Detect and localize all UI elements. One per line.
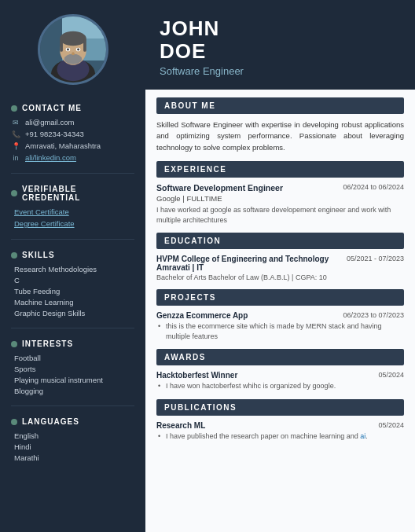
svg-rect-9 [83,39,86,52]
languages-title: LANGUAGES [11,417,134,426]
divider-3 [11,328,134,328]
languages-dot-icon [11,419,17,425]
proj-date-0: 06/2023 to 07/2023 [343,311,404,319]
language-2: Marathi [11,453,134,462]
credentials-title: VERIFIABLE CREDENTIAL [11,185,134,202]
profile-name: JOHN DOE [160,17,401,62]
about-text: Skilled Software Engineer with expertise… [156,119,404,153]
pub-title-0: Research ML [156,421,205,430]
pub-ai-link[interactable]: ai [360,432,365,440]
email-icon: ✉ [11,119,20,127]
pub-desc-0: I have published the research paper on m… [156,431,404,442]
divider-4 [11,405,134,406]
pub-date-0: 05/2024 [378,421,404,429]
svg-point-14 [77,49,79,51]
awards-section-header: AWARDS [156,349,404,365]
education-section-header: EDUCATION [156,233,404,249]
language-1: Hindi [11,442,134,451]
contact-section: CONTACT ME ✉ ali@gmail.com 📞 +91 98234-3… [0,96,145,170]
linkedin-item[interactable]: in ali/linkedin.com [11,153,134,162]
credentials-dot-icon [11,190,17,196]
pub-item-0-header: Research ML 05/2024 [156,421,404,430]
main-body: ABOUT ME Skilled Software Engineer with … [145,90,415,452]
skill-3: Machine Learning [11,298,134,306]
edu-institution-0: HVPM College of Engineering and Technolo… [156,255,347,272]
award-desc-0: I have won hactoberfest whihc is organiz… [156,381,404,391]
svg-point-7 [60,31,86,46]
exp-title-0: Software Development Engineer [156,183,283,193]
sidebar: CONTACT ME ✉ ali@gmail.com 📞 +91 98234-3… [0,0,145,532]
interests-section: INTERESTS Football Sports Playing musica… [0,332,145,402]
experience-section-header: EXPERIENCE [156,161,404,178]
award-date-0: 05/2024 [378,371,404,379]
skill-1: C [11,276,134,284]
skill-2: Tube Feeding [11,287,134,295]
proj-bullet-0-0: this is the ecommerce site which is made… [156,321,404,341]
language-0: English [11,431,134,440]
award-item-0-header: Hacktoberfest Winner 05/2024 [156,371,404,380]
svg-rect-8 [60,39,63,52]
exp-date-0: 06/2024 to 06/2024 [343,183,404,191]
location-item: 📍 Amravati, Maharashtra [11,141,134,150]
proj-title-0: Genzza Ecommerce App [156,311,248,320]
phone-icon: 📞 [11,130,20,138]
skills-dot-icon [11,252,17,259]
award-title-0: Hacktoberfest Winner [156,371,237,380]
credentials-section: VERIFIABLE CREDENTIAL Event Certificate … [0,177,145,236]
svg-point-13 [67,49,69,51]
interests-title: INTERESTS [11,339,134,348]
edu-item-0-header: HVPM College of Engineering and Technolo… [156,255,404,272]
phone-item: 📞 +91 98234-34343 [11,130,134,138]
skills-section: SKILLS Research Methodologies C Tube Fee… [0,243,145,325]
about-section-header: ABOUT ME [156,97,404,114]
interest-1: Sports [11,365,134,373]
resume-container: CONTACT ME ✉ ali@gmail.com 📞 +91 98234-3… [0,0,415,532]
main-header: JOHN DOE Software Engineer [145,0,415,90]
skills-title: SKILLS [11,251,134,259]
interest-3: Blogging [11,387,134,395]
divider-2 [11,239,134,240]
edu-degree-0: Bachelor of Arts Bachelor of Law (B.A.B.… [156,273,404,281]
linkedin-icon: in [11,154,20,162]
contact-dot-icon [11,105,17,112]
location-icon: 📍 [11,142,20,150]
credential-link-0[interactable]: Event Certificate [11,207,134,216]
experience-item-0-header: Software Development Engineer 06/2024 to… [156,183,404,193]
photo-area [0,0,145,96]
publications-section-header: PUBLICATIONS [156,399,404,416]
contact-title: CONTACT ME [11,104,134,112]
skill-4: Graphic Design Skills [11,309,134,317]
main-content: JOHN DOE Software Engineer ABOUT ME Skil… [145,0,415,532]
projects-section-header: PROJECTS [156,289,404,306]
profile-title: Software Engineer [160,65,401,77]
exp-company-0: Google | FULLTIME [156,194,404,203]
email-item: ✉ ali@gmail.com [11,118,134,127]
skill-0: Research Methodologies [11,265,134,273]
interest-2: Playing musical instrument [11,376,134,384]
interest-0: Football [11,354,134,362]
avatar [38,14,108,85]
credential-link-1[interactable]: Degree Certificate [11,219,134,228]
linkedin-link[interactable]: ali/linkedin.com [25,153,76,162]
exp-desc-0: I have worked at google as software deve… [156,205,404,225]
proj-item-0-header: Genzza Ecommerce App 06/2023 to 07/2023 [156,311,404,320]
divider-1 [11,173,134,174]
interests-dot-icon [11,341,17,347]
languages-section: LANGUAGES English Hindi Marathi [0,409,145,469]
edu-date-0: 05/2021 - 07/2023 [347,255,404,262]
